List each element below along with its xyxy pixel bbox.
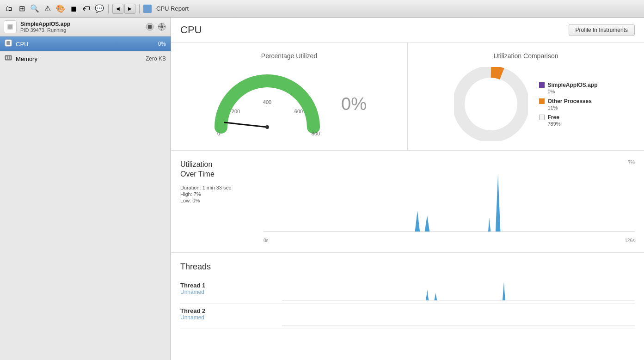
memory-icon xyxy=(5,54,12,63)
legend-free-value: 789% xyxy=(547,121,597,127)
svg-marker-29 xyxy=(426,290,429,300)
legend-app-row: SimpleAppIOS.app xyxy=(539,82,597,88)
svg-marker-24 xyxy=(415,211,420,232)
nav-forward-button[interactable]: ▶ xyxy=(124,4,135,14)
profile-instruments-button[interactable]: Profile In Instruments xyxy=(569,24,635,36)
other-swatch xyxy=(539,98,545,104)
table-row: Thread 2 Unnamed xyxy=(180,304,635,329)
page-title: CPU xyxy=(180,24,202,36)
thread-1-name: Thread 1 xyxy=(180,282,282,289)
sidebar-memory-value: Zero KB xyxy=(146,55,166,62)
app-info: SimpleAppIOS.app PID 39473, Running xyxy=(20,21,141,33)
app-pid: PID 39473, Running xyxy=(20,27,141,33)
table-row: Thread 1 Unnamed xyxy=(180,278,635,304)
threads-section: Threads Thread 1 Unnamed Thr xyxy=(171,253,644,338)
legend-other-label: Other Processes xyxy=(547,98,591,104)
svg-point-17 xyxy=(265,125,269,129)
gauge-section: Percentage Utilized xyxy=(171,43,408,150)
legend-app-value: 0% xyxy=(547,89,597,94)
svg-text:400: 400 xyxy=(263,99,271,105)
gauge-chart: 0 200 400 600 800 xyxy=(212,67,332,141)
legend-other-row: Other Processes xyxy=(539,98,597,104)
sidebar-cpu-label: CPU xyxy=(16,41,154,48)
app-name: SimpleAppIOS.app xyxy=(20,21,141,27)
svg-marker-30 xyxy=(434,293,437,300)
svg-rect-3 xyxy=(148,25,152,29)
stop-button[interactable] xyxy=(145,22,155,32)
svg-rect-1 xyxy=(8,25,12,29)
svg-rect-6 xyxy=(161,23,162,25)
utilization-chart: 7% 0s 126s xyxy=(264,160,635,243)
settings-button[interactable] xyxy=(157,22,167,32)
sidebar-memory-label: Memory xyxy=(16,55,142,62)
bookmark-icon[interactable]: ◼ xyxy=(68,4,79,14)
tag-icon[interactable]: 🏷 xyxy=(81,4,92,14)
gauge-label: Percentage Utilized xyxy=(261,52,317,60)
chart-xmin: 0s xyxy=(264,238,269,243)
util-low: Low: 0% xyxy=(180,198,254,203)
toolbar-separator xyxy=(108,4,109,13)
svg-text:200: 200 xyxy=(232,109,240,114)
search-icon[interactable]: 🔍 xyxy=(30,4,40,14)
legend-item-free: Free 789% xyxy=(539,114,597,127)
content-header: CPU Profile In Instruments xyxy=(171,18,644,43)
util-info: Utilization Over Time Duration: 1 min 33… xyxy=(180,160,254,243)
free-swatch xyxy=(539,115,545,120)
gauge-value: 0% xyxy=(341,94,367,114)
svg-rect-7 xyxy=(161,29,162,31)
legend-free-label: Free xyxy=(547,114,559,121)
svg-text:0: 0 xyxy=(217,131,220,136)
nav-back-button[interactable]: ◀ xyxy=(112,4,123,14)
thread-1-info: Thread 1 Unnamed xyxy=(180,278,282,303)
paint-icon[interactable]: 🎨 xyxy=(55,4,66,14)
thread-2-info: Thread 2 Unnamed xyxy=(180,304,282,329)
sidebar-item-cpu[interactable]: CPU 0% xyxy=(0,37,171,51)
svg-rect-13 xyxy=(6,56,7,59)
nav-buttons: ◀ ▶ xyxy=(112,4,135,14)
sidebar: SimpleAppIOS.app PID 39473, Running CPU … xyxy=(0,18,171,360)
util-high: High: 7% xyxy=(180,191,254,197)
grid-icon[interactable]: ⊞ xyxy=(17,4,27,14)
thread-2-name: Thread 2 xyxy=(180,307,282,314)
legend-item-app: SimpleAppIOS.app 0% xyxy=(539,82,597,94)
legend-item-other: Other Processes 11% xyxy=(539,98,597,110)
svg-text:800: 800 xyxy=(312,131,320,136)
sidebar-item-memory[interactable]: Memory Zero KB xyxy=(0,51,171,66)
app-swatch xyxy=(539,82,545,88)
chart-xmax: 126s xyxy=(625,238,635,243)
legend-other-value: 11% xyxy=(547,105,597,110)
chart-ymax: 7% xyxy=(628,160,635,165)
svg-rect-15 xyxy=(10,56,11,59)
thread-1-unnamed: Unnamed xyxy=(180,289,282,295)
legend-app-label: SimpleAppIOS.app xyxy=(547,82,597,88)
svg-point-5 xyxy=(160,25,163,28)
svg-marker-31 xyxy=(503,282,505,300)
svg-marker-27 xyxy=(488,218,491,232)
gauge-row: 0 200 400 600 800 0% xyxy=(212,67,367,141)
main-layout: SimpleAppIOS.app PID 39473, Running CPU … xyxy=(0,18,644,360)
donut-section: Utilization Comparison xyxy=(408,43,644,150)
donut-chart xyxy=(454,67,528,141)
utilization-section: Utilization Over Time Duration: 1 min 33… xyxy=(171,151,644,253)
folder-icon[interactable]: 🗂 xyxy=(4,4,14,14)
warning-icon[interactable]: ⚠ xyxy=(43,4,53,14)
donut-container: SimpleAppIOS.app 0% Other Processes 11% xyxy=(454,67,597,141)
thread-2-chart xyxy=(282,304,635,329)
content-area: CPU Profile In Instruments Percentage Ut… xyxy=(171,18,644,360)
svg-rect-11 xyxy=(6,41,10,45)
svg-marker-26 xyxy=(496,174,501,232)
app-icon xyxy=(4,20,17,33)
util-title: Utilization Over Time xyxy=(180,160,254,179)
svg-rect-8 xyxy=(158,26,160,27)
thread-1-chart xyxy=(282,278,635,303)
thread-2-unnamed: Unnamed xyxy=(180,314,282,321)
speech-icon[interactable]: 💬 xyxy=(94,4,104,14)
toolbar: 🗂 ⊞ 🔍 ⚠ 🎨 ◼ 🏷 💬 ◀ ▶ CPU Report xyxy=(0,0,644,18)
svg-rect-14 xyxy=(8,56,9,59)
util-chart-svg xyxy=(264,160,635,234)
app-header: SimpleAppIOS.app PID 39473, Running xyxy=(0,18,171,37)
app-actions xyxy=(145,22,167,32)
threads-title: Threads xyxy=(180,262,635,272)
cpu-top-section: Percentage Utilized xyxy=(171,43,644,151)
svg-line-16 xyxy=(225,122,267,127)
